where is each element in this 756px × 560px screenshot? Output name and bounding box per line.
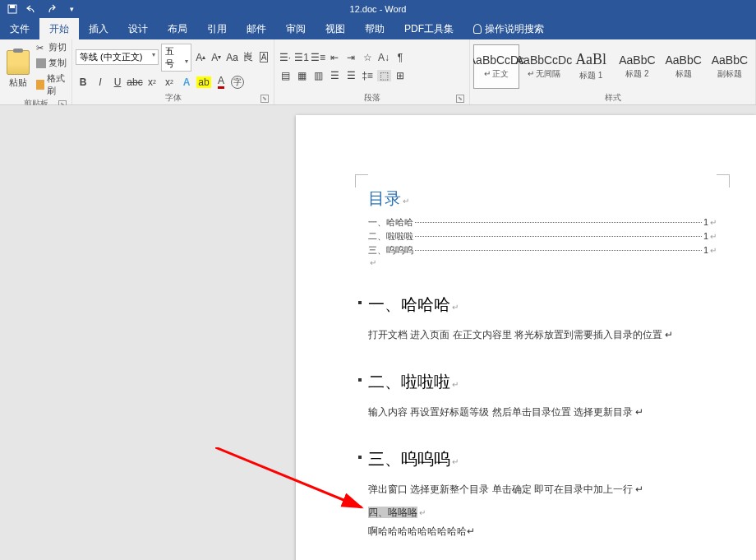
group-clipboard: 粘贴 ✂剪切 复制 格式刷 剪贴板⬊ (0, 39, 72, 104)
document-page[interactable]: 目录↵ 一、哈哈哈1↵二、啦啦啦1↵三、呜呜呜1↵ ↵ 一、哈哈哈↵ 打开文档 … (296, 115, 756, 560)
shrink-font-button[interactable]: A▾ (210, 50, 223, 65)
paste-button[interactable]: 粘贴 (9, 76, 27, 89)
align-right-button[interactable]: ▥ (311, 68, 325, 83)
menu-view[interactable]: 视图 (316, 18, 355, 39)
sort-button[interactable]: A↓ (376, 50, 391, 65)
toc-entry[interactable]: 二、啦啦啦1↵ (368, 230, 717, 243)
group-paragraph: ☰· ☰1 ☰≡ ⇤ ⇥ ☆ A↓ ¶ ▤ ▦ ▥ ☰ ☰ ‡≡ ⬚ (274, 39, 470, 104)
multilevel-list-button[interactable]: ☰≡ (311, 50, 325, 65)
lightbulb-icon (473, 24, 482, 34)
bullets-button[interactable]: ☰· (278, 50, 293, 65)
tell-me-label: 操作说明搜索 (485, 22, 544, 36)
menu-bar: 文件 开始 插入 设计 布局 引用 邮件 审阅 视图 帮助 PDF工具集 操作说… (0, 18, 756, 39)
justify-button[interactable]: ☰ (327, 68, 342, 83)
scissors-icon: ✂ (36, 43, 46, 53)
align-center-button[interactable]: ▦ (294, 68, 309, 83)
toc-entry[interactable]: 一、哈哈哈1↵ (368, 216, 717, 229)
font-size-select[interactable]: 五号 (161, 44, 192, 72)
body-paragraph: 啊哈哈哈哈哈哈哈哈哈↵ (368, 522, 717, 541)
format-painter-button[interactable]: 格式刷 (36, 72, 68, 97)
highlight-button[interactable]: ab (196, 75, 211, 90)
style-item-1[interactable]: AaBbCcDc↵ 无间隔 (521, 44, 567, 89)
svg-rect-1 (10, 5, 15, 8)
style-item-3[interactable]: AaBbC标题 2 (615, 44, 659, 89)
asian-layout-button[interactable]: ☆ (360, 50, 375, 65)
bold-button[interactable]: B (76, 75, 90, 90)
align-left-button[interactable]: ▤ (278, 68, 293, 83)
show-marks-button[interactable]: ¶ (393, 50, 408, 65)
document-area: 目录↵ 一、哈哈哈1↵二、啦啦啦1↵三、呜呜呜1↵ ↵ 一、哈哈哈↵ 打开文档 … (0, 105, 756, 560)
menu-home[interactable]: 开始 (39, 18, 79, 39)
body-paragraph: 输入内容 再设置好标题等级 然后单击目录位置 选择更新目录 ↵ (368, 403, 717, 422)
menu-design[interactable]: 设计 (118, 18, 158, 39)
body-paragraph: 打开文档 进入页面 在正文内容里 将光标放置到需要插入目录的位置 ↵ (368, 326, 717, 345)
italic-button[interactable]: I (93, 75, 108, 90)
font-launcher-icon[interactable]: ⬊ (260, 95, 269, 103)
paragraph-launcher-icon[interactable]: ⬊ (456, 95, 464, 103)
redo-icon[interactable] (46, 3, 58, 15)
paragraph-label: 段落 (364, 93, 380, 102)
shading-button[interactable]: ⬚ (376, 68, 391, 83)
strikethrough-button[interactable]: abc (127, 75, 142, 90)
style-item-4[interactable]: AaBbC标题 (662, 44, 706, 89)
toc-entry[interactable]: 三、呜呜呜1↵ (368, 244, 717, 257)
copy-icon (36, 58, 46, 68)
numbering-button[interactable]: ☰1 (294, 50, 309, 65)
text-selection[interactable]: 四、咯咯咯 (368, 507, 417, 518)
margin-corner-tr (717, 174, 730, 187)
heading-1: 一、哈哈哈↵ (368, 294, 717, 316)
style-item-2[interactable]: AaBl标题 1 (569, 44, 613, 89)
enclose-char-button[interactable]: 字 (231, 76, 244, 89)
menu-layout[interactable]: 布局 (158, 18, 197, 39)
font-label: 字体 (165, 93, 182, 102)
styles-label: 样式 (605, 93, 621, 102)
toc-title: 目录↵ (368, 187, 717, 210)
menu-review[interactable]: 审阅 (276, 18, 316, 39)
change-case-button[interactable]: Aa (225, 50, 239, 65)
font-name-select[interactable]: 等线 (中文正文) (76, 49, 159, 65)
heading-2: 二、啦啦啦↵ (368, 371, 717, 393)
distribute-button[interactable]: ☰ (343, 68, 358, 83)
line-spacing-button[interactable]: ‡≡ (360, 68, 375, 83)
decrease-indent-button[interactable]: ⇤ (327, 50, 342, 65)
group-styles: AaBbCcDc↵ 正文AaBbCcDc↵ 无间隔AaBl标题 1AaBbC标题… (470, 39, 756, 104)
style-item-5[interactable]: AaBbC副标题 (708, 44, 752, 89)
ribbon: 粘贴 ✂剪切 复制 格式刷 剪贴板⬊ 等线 (中文正文) 五号 A▴ A▾ Aa… (0, 39, 756, 105)
menu-mailings[interactable]: 邮件 (237, 18, 276, 39)
menu-help[interactable]: 帮助 (355, 18, 394, 39)
menu-insert[interactable]: 插入 (79, 18, 118, 39)
borders-button[interactable]: ⊞ (393, 68, 408, 83)
group-font: 等线 (中文正文) 五号 A▴ A▾ Aa 崀 A B I U abc x2 x… (72, 39, 274, 104)
margin-corner-tl (355, 174, 368, 187)
increase-indent-button[interactable]: ⇥ (343, 50, 358, 65)
clear-formatting-button[interactable]: A (257, 50, 270, 65)
grow-font-button[interactable]: A▴ (194, 50, 207, 65)
menu-references[interactable]: 引用 (197, 18, 237, 39)
subscript-button[interactable]: x2 (145, 75, 159, 90)
superscript-button[interactable]: x2 (162, 75, 177, 90)
save-icon[interactable] (7, 3, 18, 15)
window-title: 12.doc - Word (350, 4, 407, 14)
phonetic-guide-button[interactable]: 崀 (242, 50, 255, 65)
paste-icon[interactable] (7, 50, 30, 75)
style-item-0[interactable]: AaBbCcDc↵ 正文 (473, 44, 519, 89)
font-color-button[interactable]: A (214, 75, 228, 90)
undo-icon[interactable] (26, 3, 38, 15)
body-paragraph: 弹出窗口 选择更新整个目录 单击确定 即可在目录中加上一行 ↵ (368, 480, 717, 499)
text-effects-button[interactable]: A (179, 75, 194, 90)
title-bar: ▾ 12.doc - Word (0, 0, 756, 18)
menu-file[interactable]: 文件 (0, 18, 39, 39)
heading-3: 三、呜呜呜↵ (368, 448, 717, 470)
copy-button[interactable]: 复制 (36, 57, 68, 69)
selected-text-line: 四、咯咯咯↵ (368, 503, 717, 522)
para-mark: ↵ (370, 258, 717, 267)
underline-button[interactable]: U (110, 75, 125, 90)
menu-pdf[interactable]: PDF工具集 (394, 18, 463, 39)
brush-icon (36, 80, 44, 90)
qat-customize-icon[interactable]: ▾ (66, 3, 77, 15)
cut-button[interactable]: ✂剪切 (36, 41, 68, 53)
tell-me-search[interactable]: 操作说明搜索 (463, 18, 554, 39)
